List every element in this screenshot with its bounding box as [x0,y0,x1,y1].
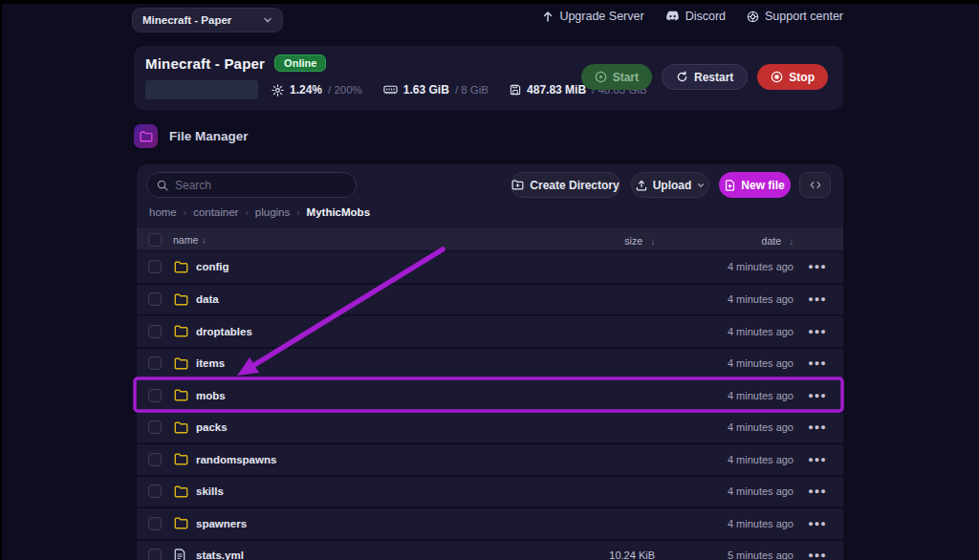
stop-button[interactable]: Stop [757,64,828,90]
row-checkbox[interactable] [148,549,162,560]
disk-value: 487.83 MiB [527,83,586,97]
file-date: 4 minutes ago [655,454,794,465]
chevron-right-icon: › [184,207,186,218]
create-directory-label: Create Directory [530,179,619,192]
row-menu-button[interactable]: ●●● [805,519,830,528]
code-icon [810,181,821,189]
file-date: 4 minutes ago [655,485,794,497]
table-row[interactable]: data 4 minutes ago ●●● [137,283,843,315]
row-menu-button[interactable]: ●●● [805,455,830,464]
table-row[interactable]: config 4 minutes ago ●●● [137,250,843,283]
support-center-link[interactable]: Support center [747,10,843,23]
upload-button[interactable]: Upload [631,172,709,198]
sort-icon: ↓ [202,235,207,245]
memory-icon [383,84,398,96]
row-checkbox[interactable] [148,356,162,370]
create-directory-button[interactable]: Create Directory [511,172,620,198]
table-row[interactable]: packs 4 minutes ago ●●● [137,411,843,443]
app-window: Minecraft - Paper Upgrade Server Discord… [0,0,979,560]
restart-button[interactable]: Restart [662,64,748,90]
server-name: Minecraft - Paper [145,55,265,72]
column-size[interactable]: size [624,235,642,247]
server-select-dropdown[interactable]: Minecraft - Paper [132,8,283,32]
row-checkbox[interactable] [148,389,162,402]
sort-icon: ↓ [790,237,794,247]
cpu-stat: 1.24% / 200% [272,83,362,97]
row-menu-button[interactable]: ●●● [805,422,830,432]
breadcrumb-plugins[interactable]: plugins [255,206,290,218]
breadcrumb-current: MythicMobs [307,206,370,218]
folder-icon [174,325,188,337]
row-checkbox[interactable] [148,517,162,530]
file-manager-tile [134,124,158,148]
file-name: skills [196,485,531,497]
breadcrumb-container[interactable]: container [193,206,238,218]
file-date: 4 minutes ago [655,326,794,337]
left-edge [0,0,2,560]
upgrade-server-link[interactable]: Upgrade Server [542,10,643,23]
row-menu-button[interactable]: ●●● [805,294,830,304]
discord-link[interactable]: Discord [665,10,726,23]
file-date: 4 minutes ago [655,293,794,305]
discord-icon [665,11,680,22]
support-center-label: Support center [765,10,843,23]
row-menu-button[interactable]: ●●● [805,262,830,271]
table-row[interactable]: items 4 minutes ago ●●● [137,347,843,379]
row-checkbox[interactable] [148,325,162,338]
file-name: mobs [196,390,531,401]
file-name: packs [196,421,531,433]
top-edge [0,0,979,4]
row-checkbox[interactable] [148,292,162,306]
cpu-value: 1.24% [290,83,322,97]
table-row-highlighted[interactable]: mobs 4 minutes ago ●●● [137,378,843,411]
new-file-button[interactable]: New file [719,172,791,198]
table-row[interactable]: droptables 4 minutes ago ●●● [137,314,843,347]
folder-icon [174,485,188,498]
file-name: stats.yml [196,549,531,560]
cpu-limit: / 200% [328,84,362,96]
discord-label: Discord [685,10,726,23]
row-menu-button[interactable]: ●●● [805,391,830,400]
file-date: 4 minutes ago [655,390,794,401]
row-menu-button[interactable]: ●●● [805,550,830,560]
file-date: 4 minutes ago [655,421,794,433]
status-badge: Online [274,54,326,72]
table-row[interactable]: skills 4 minutes ago ●●● [137,475,843,507]
file-plus-icon [725,180,735,191]
folder-icon [140,131,153,142]
row-checkbox[interactable] [148,453,162,466]
row-checkbox[interactable] [148,485,162,498]
select-all-checkbox[interactable] [148,233,162,247]
table-row[interactable]: spawners 4 minutes ago ●●● [137,506,843,539]
play-circle-icon [595,71,607,83]
breadcrumb-home[interactable]: home [149,206,177,218]
chevron-right-icon: › [296,207,299,218]
file-name: items [196,357,531,369]
page-title: File Manager [169,129,249,143]
row-checkbox[interactable] [148,260,162,273]
row-menu-button[interactable]: ●●● [805,327,830,336]
stop-circle-icon [771,71,783,83]
row-checkbox[interactable] [148,420,162,434]
row-menu-button[interactable]: ●●● [805,358,830,368]
file-date: 4 minutes ago [655,357,794,369]
chevron-down-icon [697,182,705,189]
table-row[interactable]: randomspawns 4 minutes ago ●●● [137,442,843,475]
folder-icon [174,421,188,434]
row-menu-button[interactable]: ●●● [805,486,830,496]
table-row[interactable]: stats.yml 10.24 KiB 5 minutes ago ●●● [137,539,843,560]
disk-icon [510,84,521,96]
page-heading: File Manager [134,124,249,148]
column-name[interactable]: name [173,234,198,246]
code-view-button[interactable] [799,172,831,198]
file-date: 5 minutes ago [655,549,794,560]
search-box [146,172,357,198]
search-input[interactable] [175,179,346,192]
stop-label: Stop [789,71,815,84]
start-button[interactable]: Start [581,64,652,90]
folder-icon [174,389,188,401]
folder-icon [174,517,188,529]
file-manager-card: Create Directory Upload New file home › [137,164,843,560]
column-date[interactable]: date [762,235,781,247]
folder-icon [174,293,188,306]
